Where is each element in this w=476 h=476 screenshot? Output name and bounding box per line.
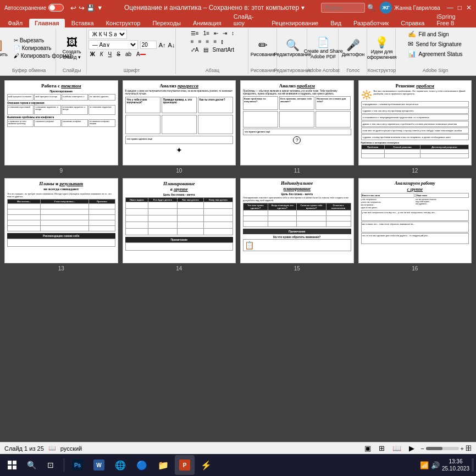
tab-design[interactable]: Конструктор [101, 19, 146, 27]
dictaphone-label: Диктофон [342, 52, 365, 57]
photoshop-btn[interactable]: Ps [68, 455, 87, 475]
send-signature-button[interactable]: ✉ Send for Signature [406, 40, 464, 48]
align-right-button[interactable]: ≡ [204, 38, 211, 45]
close-btn[interactable]: ✕ [466, 4, 472, 12]
autosave-toggle[interactable] [48, 4, 64, 12]
tab-ispring[interactable]: iSpring Free 8 [431, 12, 474, 27]
slide-sorter-btn[interactable]: ⊞ [377, 444, 386, 453]
slide-9[interactable]: Работа с текстом Прологирование мой прог… [4, 80, 118, 165]
tab-view[interactable]: Вид [325, 19, 347, 27]
increase-font-icon[interactable]: A↑ [159, 42, 166, 48]
show-desktop-btn[interactable] [472, 458, 474, 472]
pdf-icon: 📄 [317, 37, 329, 47]
font-size-input[interactable] [140, 41, 157, 49]
tab-review[interactable]: Рецензирование [266, 19, 324, 27]
zoom-in-btn[interactable]: + [461, 445, 464, 452]
spelling-icon[interactable]: 📖 [48, 445, 56, 452]
font-color-button[interactable]: A [135, 51, 147, 58]
zoom-out-btn[interactable]: − [420, 445, 424, 452]
slide-wrapper-11: Анализ проблем Проблемы — обычное явлени… [240, 80, 354, 174]
taskbar-sep-1 [64, 458, 64, 472]
text-direction-button[interactable]: ⤢A [189, 46, 201, 53]
slide-10[interactable]: Анализ прогресса В каждом: у всех не пол… [123, 80, 236, 165]
slide-11[interactable]: Анализ проблем Проблемы — обычное явлени… [240, 80, 354, 165]
font-name-select[interactable]: Ж К Ч S ab A∨ [88, 30, 127, 39]
task-view-btn[interactable]: ⊡ [41, 455, 60, 475]
increase-indent-button[interactable]: ⇥ [221, 30, 229, 37]
adobe-acrobat-label: Adobe Acrobat [307, 67, 340, 73]
tab-transitions[interactable]: Переходы [147, 19, 186, 27]
photoshop-icon: Ps [72, 460, 83, 471]
tab-slideshow[interactable]: Слайд-шоу [228, 12, 265, 27]
search-icon[interactable]: 🔍 [367, 4, 375, 12]
font-style-select[interactable]: — Аа∨ [88, 40, 138, 49]
task-view-icon: ⊡ [47, 461, 54, 469]
fill-sign-button[interactable]: ✍ Fill and Sign [406, 30, 464, 38]
agreement-status-button[interactable]: 📊 Agreement Status [406, 49, 464, 58]
underline-button[interactable]: Ч [107, 51, 114, 58]
minimize-btn[interactable]: — [447, 4, 453, 12]
slide-13[interactable]: Планы и результат не всегда совпадают Эт… [4, 178, 118, 263]
paragraph-spacing-button[interactable]: ↕ [230, 30, 236, 37]
slides-content: 🖼 Создать слайд ▾ [60, 30, 84, 67]
decrease-font-icon[interactable]: A↓ [168, 42, 175, 48]
presentation-btn[interactable]: ▶ [407, 444, 416, 453]
taskbar-time-display: 13:36 [442, 458, 469, 465]
bullets-button[interactable]: ☰≡ [189, 30, 201, 37]
slide-16[interactable]: Анализируем работу с группе Вместе мы си… [358, 178, 472, 263]
create-slide-button[interactable]: 🖼 Создать слайд ▾ [60, 35, 84, 62]
svg-rect-0 [8, 461, 12, 464]
paste-button[interactable]: 📋 Вставить [0, 38, 10, 59]
create-share-pdf-button[interactable]: 📄 Create and Share Adobe PDF [302, 36, 345, 61]
customize-icon[interactable]: ▼ [97, 4, 103, 11]
tab-home[interactable]: Главная [29, 19, 65, 27]
chrome-btn[interactable]: 🔵 [132, 455, 152, 475]
bold-button[interactable]: Ж [88, 51, 97, 58]
shadow-button[interactable]: ab [124, 51, 133, 58]
save-icon[interactable]: 💾 [87, 4, 95, 12]
edge-btn[interactable]: 🌐 [110, 455, 130, 475]
word-btn[interactable]: W [89, 455, 109, 475]
tab-insert[interactable]: Вставка [66, 19, 99, 27]
autosave-section: Автосохранение [4, 4, 64, 12]
align-text-button[interactable]: ▤ [202, 46, 210, 53]
numbering-button[interactable]: 1≡ [202, 30, 211, 37]
search-input[interactable] [321, 3, 365, 13]
italic-button[interactable]: К [98, 51, 105, 58]
tab-developer[interactable]: Разработчик [348, 19, 394, 27]
columns-button[interactable]: ⫿ [219, 38, 225, 45]
powerpoint-btn[interactable]: P [175, 455, 195, 475]
slide-14[interactable]: Планированиев группе Цель без плана - ме… [123, 178, 236, 263]
extra-app-icon: ⚡ [201, 460, 212, 471]
windows-start-btn[interactable] [2, 455, 22, 475]
slide-12[interactable]: Решение проблем 🔆 Все мы сталкиваемся с … [358, 80, 472, 165]
taskbar-date-display: 25.10.2023 [442, 465, 469, 472]
align-center-button[interactable]: ≡ [197, 38, 203, 45]
autosave-label: Автосохранение [4, 5, 46, 11]
justify-button[interactable]: ≡ [212, 38, 218, 45]
taskbar-right: 📶 🔊 13:36 25.10.2023 [420, 458, 474, 472]
redo-icon[interactable]: ↪ [79, 4, 85, 12]
undo-icon[interactable]: ↩ [70, 4, 76, 12]
smartart-button[interactable]: SmartArt [211, 46, 236, 53]
paragraph-label: Абзац [206, 67, 219, 73]
zoom-slider[interactable] [426, 447, 459, 450]
dictaphone-button[interactable]: 🎤 Диктофон [340, 38, 367, 59]
decrease-indent-button[interactable]: ⇤ [212, 30, 220, 37]
strikethrough-button[interactable]: S [115, 51, 122, 58]
clipboard-group: 📋 Вставить ✂ Вырезать 📄 Копировать 🖌 Коп… [2, 29, 56, 74]
chrome-icon: 🔵 [136, 460, 147, 471]
reading-view-btn[interactable]: 📖 [391, 444, 403, 453]
extra-app-btn[interactable]: ⚡ [196, 455, 216, 475]
ideas-button[interactable]: 💡 Идеи для оформления [365, 35, 399, 62]
align-left-button[interactable]: ≡ [189, 38, 196, 45]
explorer-btn[interactable]: 📁 [153, 455, 173, 475]
maximize-btn[interactable]: □ [458, 4, 462, 12]
search-taskbar-btn[interactable]: 🔍 [24, 455, 39, 475]
tab-animation[interactable]: Анимация [187, 19, 227, 27]
normal-view-btn[interactable]: ▣ [363, 444, 373, 453]
slide-15[interactable]: Индивидуальное планирование Цель без пла… [240, 178, 354, 263]
adobe-acrobat-content: 📄 Create and Share Adobe PDF [302, 30, 345, 67]
tab-file[interactable]: Файл [2, 19, 28, 27]
tab-help[interactable]: Справка [395, 19, 430, 27]
